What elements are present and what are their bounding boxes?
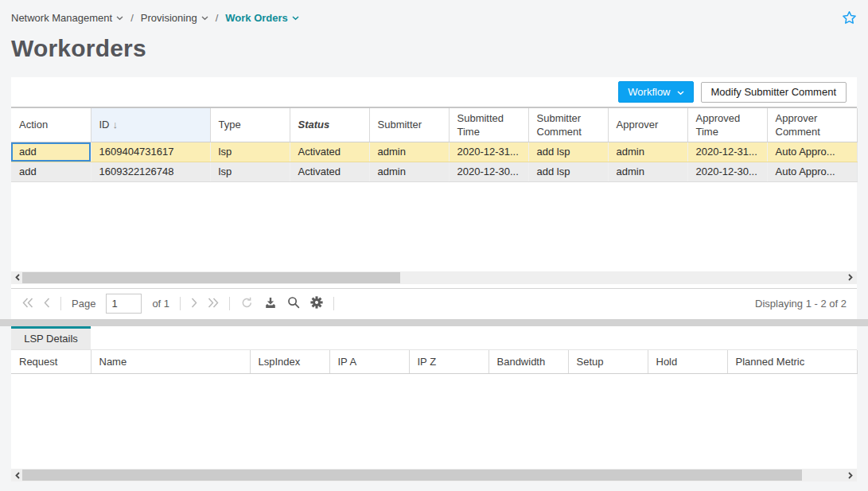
column-header-approver[interactable]: Approver: [608, 108, 687, 142]
cell-submitted-time[interactable]: 2020-12-30...: [449, 162, 528, 181]
breadcrumb-item-work-orders[interactable]: Work Orders: [225, 12, 299, 24]
refresh-button[interactable]: [240, 296, 254, 312]
page-number-input[interactable]: [106, 294, 142, 314]
workflow-button-label: Workflow: [628, 86, 670, 98]
cell-approver-comment[interactable]: Auto Appro...: [767, 162, 857, 181]
breadcrumb-label: Network Management: [11, 12, 112, 24]
action-button-row: Workflow Modify Submitter Comment: [11, 77, 857, 107]
column-header-status[interactable]: Status: [290, 108, 369, 142]
cell-action[interactable]: add: [11, 162, 91, 181]
cell-submitter-comment[interactable]: add lsp: [528, 162, 608, 181]
breadcrumb-item-network-management[interactable]: Network Management: [11, 12, 123, 24]
workorders-header-row: Action ID↓ Type Status Submitter Submitt…: [11, 108, 857, 142]
column-header-submitter[interactable]: Submitter: [369, 108, 449, 142]
scroll-left-arrow-icon[interactable]: [14, 472, 21, 479]
scrollbar-thumb[interactable]: [22, 470, 802, 481]
double-chevron-left-icon: [22, 298, 33, 310]
pagination-toolbar: Page of 1: [11, 288, 857, 319]
cell-id[interactable]: 1609322126748: [91, 162, 210, 181]
workflow-button[interactable]: Workflow: [618, 81, 693, 103]
cell-submitter[interactable]: admin: [369, 162, 449, 181]
cell-approver[interactable]: admin: [608, 142, 687, 162]
search-icon: [287, 296, 300, 311]
chevron-left-icon: [44, 298, 50, 310]
chevron-down-icon: [201, 16, 208, 21]
cell-status[interactable]: Activated: [290, 162, 369, 181]
panel-separator: [0, 319, 868, 326]
breadcrumb-label: Provisioning: [141, 12, 197, 24]
column-header-type[interactable]: Type: [210, 108, 290, 142]
export-button[interactable]: [264, 297, 277, 311]
breadcrumb: Network Management / Provisioning / Work…: [11, 10, 857, 25]
cell-action[interactable]: add: [11, 142, 91, 162]
sort-descending-icon: ↓: [113, 119, 119, 131]
column-header-approved-time[interactable]: Approved Time: [687, 108, 767, 142]
table-row-selected[interactable]: add 1609404731617 lsp Activated admin 20…: [11, 142, 857, 162]
cell-submitter-comment[interactable]: add lsp: [528, 142, 608, 162]
cell-type[interactable]: lsp: [210, 142, 290, 162]
cell-submitter[interactable]: admin: [369, 142, 449, 162]
toolbar-divider: [229, 297, 230, 310]
column-header-request[interactable]: Request: [11, 350, 91, 374]
scroll-right-arrow-icon[interactable]: [847, 472, 854, 479]
cell-status[interactable]: Activated: [290, 142, 369, 162]
last-page-button[interactable]: [208, 298, 219, 310]
cell-submitted-time[interactable]: 2020-12-31...: [449, 142, 528, 162]
star-icon: [842, 15, 857, 27]
download-icon: [264, 297, 277, 311]
column-header-lspindex[interactable]: LspIndex: [250, 350, 329, 374]
first-page-button[interactable]: [22, 298, 33, 310]
prev-page-button[interactable]: [44, 298, 50, 310]
column-header-label: ID: [99, 119, 110, 131]
column-header-ip-z[interactable]: IP Z: [409, 350, 488, 374]
workorders-grid-empty-area: [11, 182, 857, 271]
column-header-setup[interactable]: Setup: [568, 350, 648, 374]
column-header-id[interactable]: ID↓: [91, 108, 210, 142]
breadcrumb-label: Work Orders: [225, 12, 288, 24]
lsp-details-grid: Request Name LspIndex IP A IP Z Bandwidt…: [11, 349, 857, 375]
double-chevron-right-icon: [208, 298, 219, 310]
scroll-right-arrow-icon[interactable]: [847, 274, 854, 281]
table-row[interactable]: add 1609322126748 lsp Activated admin 20…: [11, 162, 857, 181]
breadcrumb-separator: /: [130, 12, 134, 24]
page-title: Workorders: [11, 33, 857, 64]
details-tab-bar: LSP Details: [11, 326, 857, 349]
scroll-left-arrow-icon[interactable]: [14, 274, 21, 281]
column-header-hold[interactable]: Hold: [648, 350, 727, 374]
cell-approver-comment[interactable]: Auto Appro...: [767, 142, 857, 162]
breadcrumb-separator: /: [216, 12, 219, 24]
column-header-ip-a[interactable]: IP A: [329, 350, 409, 374]
lsp-details-header-row: Request Name LspIndex IP A IP Z Bandwidt…: [11, 350, 857, 374]
workorders-grid: Action ID↓ Type Status Submitter Submitt…: [11, 107, 857, 182]
column-header-submitter-comment[interactable]: Submitter Comment: [528, 108, 608, 142]
lsp-details-empty-area: [11, 374, 857, 469]
cell-id[interactable]: 1609404731617: [91, 142, 210, 162]
cell-approver[interactable]: admin: [608, 162, 687, 181]
workorders-horizontal-scrollbar[interactable]: [11, 271, 857, 284]
gear-icon: [310, 296, 323, 311]
page-label: Page: [72, 298, 95, 310]
scrollbar-thumb[interactable]: [22, 272, 400, 283]
search-button[interactable]: [287, 296, 300, 311]
toolbar-divider: [180, 297, 181, 310]
chevron-down-icon: [116, 16, 123, 21]
cell-approved-time[interactable]: 2020-12-30...: [687, 162, 767, 181]
chevron-down-icon: [292, 16, 299, 21]
next-page-button[interactable]: [191, 298, 197, 310]
column-header-bandwidth[interactable]: Bandwidth: [488, 350, 568, 374]
favorite-button[interactable]: [840, 9, 858, 29]
settings-button[interactable]: [310, 296, 323, 311]
column-header-name[interactable]: Name: [91, 350, 250, 374]
column-header-planned-metric[interactable]: Planned Metric: [727, 350, 857, 374]
column-header-action[interactable]: Action: [11, 108, 91, 142]
cell-approved-time[interactable]: 2020-12-31...: [687, 142, 767, 162]
toolbar-divider: [60, 297, 61, 310]
breadcrumb-item-provisioning[interactable]: Provisioning: [141, 12, 208, 24]
tab-lsp-details[interactable]: LSP Details: [11, 326, 91, 349]
cell-type[interactable]: lsp: [210, 162, 290, 181]
modify-submitter-comment-button[interactable]: Modify Submitter Comment: [701, 82, 847, 103]
column-header-approver-comment[interactable]: Approver Comment: [767, 108, 857, 142]
column-header-submitted-time[interactable]: Submitted Time: [449, 108, 528, 142]
lsp-details-horizontal-scrollbar[interactable]: [11, 469, 857, 481]
lsp-details-panel: LSP Details Request Name LspIndex IP A I…: [11, 326, 857, 482]
